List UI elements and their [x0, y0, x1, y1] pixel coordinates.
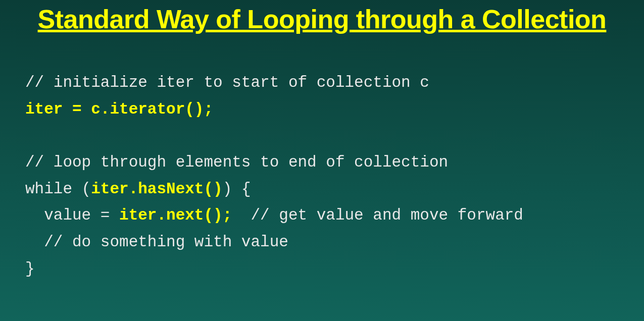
code-highlight-3: iter.next();: [119, 206, 232, 224]
code-highlight-2: iter.hasNext(): [91, 180, 222, 198]
code-while-post: ) {: [223, 180, 251, 198]
code-value-post: // get value and move forward: [232, 206, 523, 224]
code-highlight-1: iter = c.iterator();: [25, 100, 213, 118]
code-closebrace: }: [25, 260, 35, 278]
slide-title: Standard Way of Looping through a Collec…: [38, 5, 607, 34]
code-comment-1: // initialize iter to start of collectio…: [25, 74, 429, 91]
code-comment-3: // do something with value: [25, 233, 288, 251]
code-block: // initialize iter to start of collectio…: [0, 39, 644, 293]
code-value-pre: value =: [25, 206, 119, 224]
code-while-pre: while (: [25, 180, 91, 198]
title-bar: Standard Way of Looping through a Collec…: [0, 0, 644, 39]
code-comment-2: // loop through elements to end of colle…: [25, 153, 448, 171]
